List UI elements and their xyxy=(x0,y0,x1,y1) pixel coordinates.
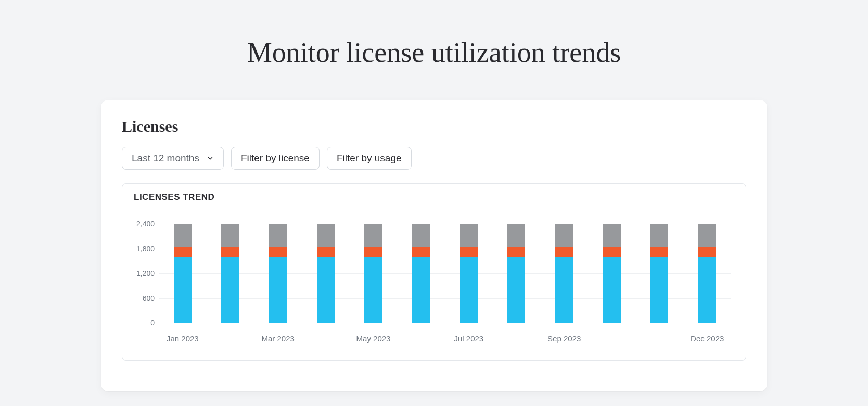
chart-x-tick-label: Jan 2023 xyxy=(159,334,207,343)
chart-bar-segment xyxy=(364,224,382,247)
chart-x-tick-label: Mar 2023 xyxy=(254,334,302,343)
page-title: Monitor license utilization trends xyxy=(0,36,868,69)
chart-bar xyxy=(460,224,478,323)
chart-plot-area: 06001,2001,8002,400 xyxy=(159,224,731,323)
chart-bar-segment xyxy=(507,224,525,247)
chart-bar-segment xyxy=(221,224,239,247)
chart-bar-segment xyxy=(221,257,239,323)
chart-bar xyxy=(174,224,192,323)
chart-bar-segment xyxy=(650,224,668,247)
date-range-label: Last 12 months xyxy=(132,153,199,164)
chart-bar-segment xyxy=(603,247,621,257)
chart-bar-segment xyxy=(698,257,716,323)
chart-y-tick-label: 1,200 xyxy=(129,269,155,277)
chart-bar-segment xyxy=(603,257,621,323)
chart-bar xyxy=(603,224,621,323)
chart-title: LICENSES TREND xyxy=(122,184,746,211)
filter-by-usage-button[interactable]: Filter by usage xyxy=(327,147,412,170)
chart-bar xyxy=(698,224,716,323)
chart-y-tick-label: 600 xyxy=(129,294,155,302)
chevron-down-icon xyxy=(207,155,214,162)
chart-bar-segment xyxy=(460,247,478,257)
filter-by-license-button[interactable]: Filter by license xyxy=(231,147,320,170)
chart-bar-segment xyxy=(650,247,668,257)
chart-bar-segment xyxy=(555,224,573,247)
chart-bars xyxy=(159,224,731,323)
chart-bar-segment xyxy=(698,247,716,257)
chart-bar-segment xyxy=(460,257,478,323)
chart-bar xyxy=(650,224,668,323)
chart-bar xyxy=(507,224,525,323)
chart-x-tick-label xyxy=(636,334,684,343)
chart-x-tick-label xyxy=(588,334,636,343)
chart-bar xyxy=(412,224,430,323)
chart-bar-segment xyxy=(412,247,430,257)
chart-bar-segment xyxy=(555,257,573,323)
chart-x-axis: Jan 2023Mar 2023May 2023Jul 2023Sep 2023… xyxy=(159,334,731,343)
chart-bar-segment xyxy=(364,247,382,257)
chart-y-tick-label: 1,800 xyxy=(129,245,155,253)
chart-bar-segment xyxy=(650,257,668,323)
chart-gridline xyxy=(159,323,731,323)
chart-bar-segment xyxy=(507,257,525,323)
chart-panel: LICENSES TREND 06001,2001,8002,400 Jan 2… xyxy=(122,183,746,361)
chart-bar-segment xyxy=(412,257,430,323)
chart-bar-segment xyxy=(174,224,192,247)
chart-y-tick-label: 0 xyxy=(129,319,155,327)
chart-x-tick-label: Sep 2023 xyxy=(540,334,588,343)
chart-bar xyxy=(269,224,287,323)
chart-bar-segment xyxy=(269,257,287,323)
chart-x-tick-label xyxy=(493,334,541,343)
filter-usage-label: Filter by usage xyxy=(337,153,402,164)
chart-bar-segment xyxy=(507,247,525,257)
chart-y-tick-label: 2,400 xyxy=(129,220,155,228)
card-title: Licenses xyxy=(122,118,746,135)
chart-bar-segment xyxy=(412,224,430,247)
chart-bar-segment xyxy=(174,247,192,257)
chart-bar-segment xyxy=(221,247,239,257)
chart-bar xyxy=(555,224,573,323)
chart-bar-segment xyxy=(603,224,621,247)
chart-bar-segment xyxy=(555,247,573,257)
chart-x-tick-label xyxy=(207,334,254,343)
chart-bar-segment xyxy=(269,247,287,257)
licenses-card: Licenses Last 12 months Filter by licens… xyxy=(101,100,767,391)
chart-bar-segment xyxy=(269,224,287,247)
chart-bar-segment xyxy=(174,257,192,323)
date-range-dropdown[interactable]: Last 12 months xyxy=(122,147,224,170)
filter-license-label: Filter by license xyxy=(241,153,310,164)
chart-bar xyxy=(221,224,239,323)
chart-bar-segment xyxy=(460,224,478,247)
chart-bar xyxy=(317,224,335,323)
chart-x-tick-label: Jul 2023 xyxy=(445,334,493,343)
chart-bar-segment xyxy=(317,247,335,257)
filter-row: Last 12 months Filter by license Filter … xyxy=(122,147,746,170)
chart-x-tick-label: Dec 2023 xyxy=(683,334,731,343)
chart-bar xyxy=(364,224,382,323)
chart-x-tick-label xyxy=(302,334,350,343)
chart-bar-segment xyxy=(317,257,335,323)
chart-bar-segment xyxy=(364,257,382,323)
chart-x-tick-label xyxy=(397,334,445,343)
chart-bar-segment xyxy=(317,224,335,247)
chart-x-tick-label: May 2023 xyxy=(350,334,398,343)
chart-body: 06001,2001,8002,400 Jan 2023Mar 2023May … xyxy=(122,211,746,360)
chart-bar-segment xyxy=(698,224,716,247)
